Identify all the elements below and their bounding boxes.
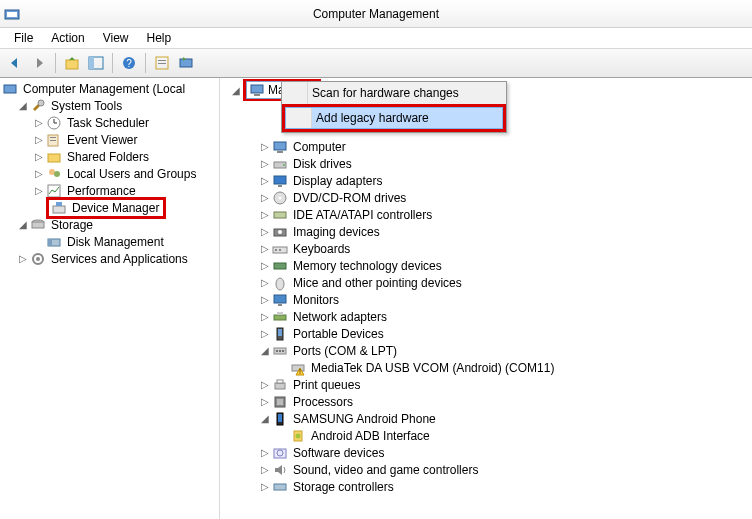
device-row[interactable]: ▷Network adapters [240, 308, 752, 325]
tree-task-scheduler[interactable]: ▷ Task Scheduler [0, 114, 219, 131]
result-pane[interactable]: ◢ Mai Scan for hardware changes [220, 78, 752, 519]
back-button[interactable] [4, 52, 26, 74]
device-row[interactable]: ▷Display adapters [240, 172, 752, 189]
expand-icon[interactable]: ▷ [258, 226, 272, 237]
svg-rect-30 [254, 94, 260, 96]
svg-rect-11 [4, 85, 16, 93]
collapse-icon[interactable]: ◢ [229, 79, 243, 101]
device-row[interactable]: ▷DVD/CD-ROM drives [240, 189, 752, 206]
tree-disk-management[interactable]: Disk Management [0, 233, 219, 250]
svg-rect-26 [48, 239, 52, 246]
svg-rect-62 [277, 399, 283, 405]
tree-system-tools[interactable]: ◢ System Tools [0, 97, 219, 114]
menu-view[interactable]: View [95, 29, 137, 47]
menu-help[interactable]: Help [139, 29, 180, 47]
device-row[interactable]: ▷Storage controllers [240, 478, 752, 495]
device-row[interactable]: !MediaTek DA USB VCOM (Android) (COM11) [240, 359, 752, 376]
expand-icon[interactable]: ▷ [258, 243, 272, 254]
refresh-button[interactable] [175, 52, 197, 74]
device-row[interactable]: ◢Ports (COM & LPT) [240, 342, 752, 359]
device-row[interactable]: ▷Memory technology devices [240, 257, 752, 274]
menu-action[interactable]: Action [43, 29, 92, 47]
device-row[interactable]: ▷Sound, video and game controllers [240, 461, 752, 478]
show-hide-tree-button[interactable] [85, 52, 107, 74]
expand-icon[interactable]: ▷ [258, 447, 272, 458]
device-row[interactable]: ▷Print queues [240, 376, 752, 393]
device-row[interactable]: ▷Software devices [240, 444, 752, 461]
expand-icon[interactable]: ▷ [32, 151, 46, 162]
expand-icon[interactable]: ▷ [258, 294, 272, 305]
device-row[interactable]: ▷Imaging devices [240, 223, 752, 240]
expand-icon[interactable]: ▷ [258, 481, 272, 492]
tree-storage[interactable]: ◢ Storage [0, 216, 219, 233]
svg-rect-43 [275, 249, 277, 251]
device-row[interactable]: ▷IDE ATA/ATAPI controllers [240, 206, 752, 223]
tree-label: Event Viewer [65, 133, 139, 147]
tree-root[interactable]: Computer Management (Local [0, 80, 219, 97]
device-row[interactable]: ▷Mice and other pointing devices [240, 274, 752, 291]
svg-rect-49 [274, 315, 286, 320]
expand-icon[interactable]: ▷ [32, 185, 46, 196]
tree-device-manager[interactable]: Device Manager [0, 199, 219, 216]
expand-icon[interactable]: ▷ [258, 464, 272, 475]
tree-local-users[interactable]: ▷ Local Users and Groups [0, 165, 219, 182]
expand-icon[interactable]: ▷ [258, 209, 272, 220]
expand-icon[interactable]: ▷ [258, 158, 272, 169]
tree-event-viewer[interactable]: ▷ Event Viewer [0, 131, 219, 148]
expand-icon[interactable]: ▷ [258, 260, 272, 271]
device-row[interactable]: ▷Processors [240, 393, 752, 410]
svg-rect-69 [274, 484, 286, 490]
ctx-scan-hardware[interactable]: Scan for hardware changes [282, 82, 506, 104]
tree-label: Disk Management [65, 235, 166, 249]
tree-services-apps[interactable]: ▷ Services and Applications [0, 250, 219, 267]
forward-button[interactable] [28, 52, 50, 74]
phone-icon [272, 411, 288, 427]
svg-rect-2 [66, 60, 78, 69]
expand-icon[interactable]: ▷ [258, 396, 272, 407]
device-manager-icon [51, 200, 67, 216]
collapse-icon[interactable]: ◢ [258, 413, 272, 424]
console-tree[interactable]: Computer Management (Local ◢ System Tool… [0, 78, 220, 519]
device-row[interactable]: ◢SAMSUNG Android Phone [240, 410, 752, 427]
expand-icon[interactable]: ▷ [258, 141, 272, 152]
device-row[interactable]: ▷Monitors [240, 291, 752, 308]
properties-button[interactable] [151, 52, 173, 74]
expand-icon[interactable]: ▷ [258, 379, 272, 390]
expand-icon[interactable]: ▷ [258, 311, 272, 322]
expand-icon[interactable]: ▷ [258, 277, 272, 288]
imaging-icon [272, 224, 288, 240]
svg-rect-21 [53, 206, 65, 213]
help-button[interactable]: ? [118, 52, 140, 74]
device-label: Mice and other pointing devices [291, 276, 464, 290]
expand-icon[interactable]: ▷ [258, 192, 272, 203]
menubar: File Action View Help [0, 28, 752, 48]
collapse-icon[interactable]: ◢ [258, 345, 272, 356]
tree-label: Task Scheduler [65, 116, 151, 130]
svg-point-54 [276, 350, 278, 352]
menu-file[interactable]: File [6, 29, 41, 47]
device-row[interactable]: ▷Portable Devices [240, 325, 752, 342]
device-row[interactable]: ▷Computer [240, 138, 752, 155]
expand-icon[interactable]: ▷ [32, 117, 46, 128]
expand-icon[interactable]: ▷ [32, 134, 46, 145]
device-row[interactable]: ▷Disk drives [240, 155, 752, 172]
ctx-add-legacy-hardware[interactable]: Add legacy hardware [285, 107, 503, 129]
up-button[interactable] [61, 52, 83, 74]
expand-icon[interactable]: ▷ [258, 328, 272, 339]
tools-icon [30, 98, 46, 114]
svg-rect-15 [50, 137, 56, 138]
clock-icon [46, 115, 62, 131]
expand-icon[interactable]: ▷ [32, 168, 46, 179]
device-row[interactable]: Android ADB Interface [240, 427, 752, 444]
svg-rect-45 [274, 263, 286, 269]
device-row[interactable]: ▷Keyboards [240, 240, 752, 257]
collapse-icon[interactable]: ◢ [16, 100, 30, 111]
device-tree[interactable]: ▷Computer▷Disk drives▷Display adapters▷D… [220, 80, 752, 495]
tree-label: Computer Management (Local [21, 82, 187, 96]
expand-icon[interactable]: ▷ [258, 175, 272, 186]
expand-icon[interactable]: ▷ [16, 253, 30, 264]
tree-shared-folders[interactable]: ▷ Shared Folders [0, 148, 219, 165]
device-label: Ports (COM & LPT) [291, 344, 399, 358]
device-label: Keyboards [291, 242, 352, 256]
collapse-icon[interactable]: ◢ [16, 219, 30, 230]
